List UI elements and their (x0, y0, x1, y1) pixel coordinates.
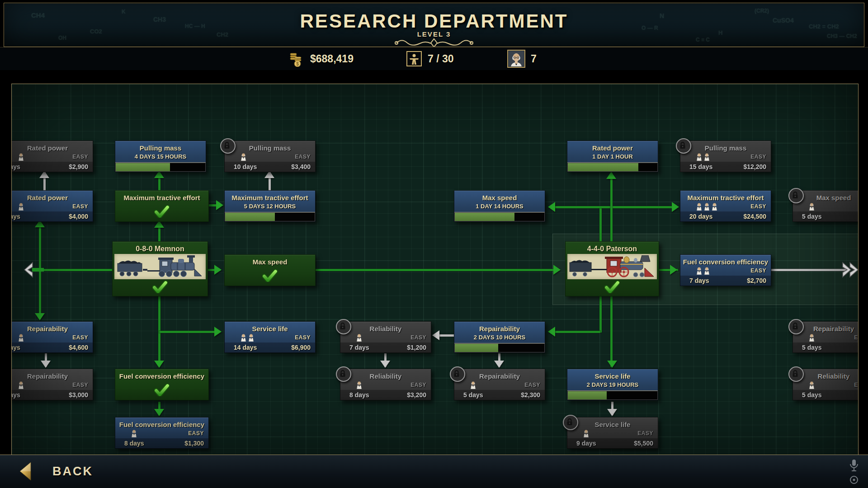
panel-vignette (12, 84, 858, 455)
scroll-left-arrow[interactable] (22, 262, 45, 278)
scientists-display: 7 (507, 47, 537, 70)
coins-icon: $ (288, 51, 305, 67)
workers-value: 7 / 30 (428, 53, 454, 65)
flourish-ornament (391, 38, 477, 47)
back-label: BACK (52, 465, 93, 479)
level-label: LEVEL 3 (4, 30, 864, 38)
microphone-icon[interactable] (848, 459, 860, 472)
scientists-value: 7 (531, 53, 537, 65)
back-button[interactable]: BACK (18, 461, 93, 481)
money-display: $ $688,419 (288, 47, 354, 70)
footer-bar: BACK (0, 455, 868, 488)
research-tree-panel: Rated power EASY days $2,900Pulling mass… (11, 84, 859, 455)
resource-bar: $ $688,419 7 / 30 (0, 47, 868, 70)
worker-icon (406, 51, 422, 67)
circle-dot-icon[interactable] (849, 475, 859, 485)
page-title: RESEARCH DEPARTMENT (4, 10, 864, 32)
back-arrow-icon (18, 461, 32, 481)
svg-text:$: $ (296, 61, 299, 66)
scientist-portrait-icon (507, 50, 525, 68)
workers-display: 7 / 30 (406, 47, 454, 70)
money-value: $688,419 (310, 53, 354, 65)
scroll-right-arrow[interactable] (835, 262, 859, 278)
header: CH4CO2CH3CH2OHKNHCuSO4CH3 — CH2C ≡ C(CR2… (4, 3, 864, 47)
research-department-screen: CH4CO2CH3CH2OHKNHCuSO4CH3 — CH2C ≡ C(CR2… (0, 0, 868, 488)
